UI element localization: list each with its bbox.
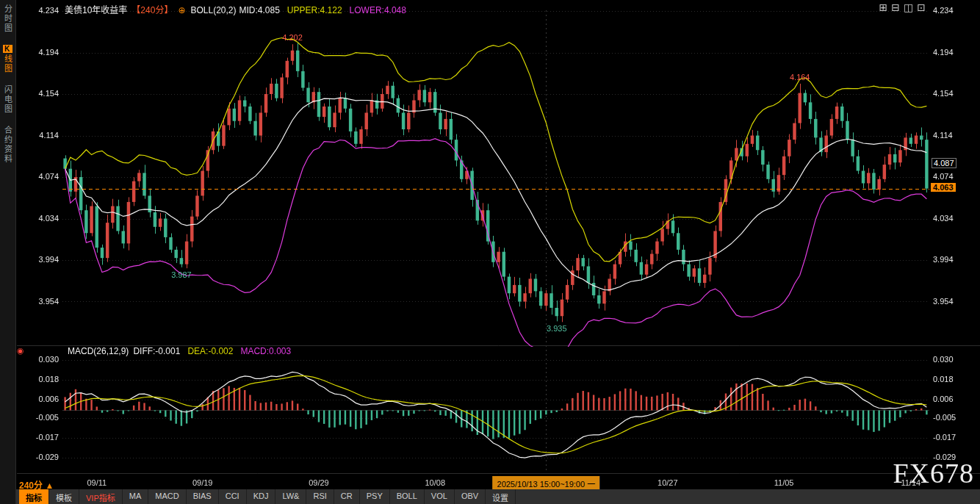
add-indicator-icon[interactable]: ⊕ xyxy=(178,5,185,15)
layout-single-icon[interactable]: ⊡ xyxy=(917,1,926,13)
sidebar-tab-label: 合约资料 xyxy=(4,126,12,164)
footer-tab-obv[interactable]: OBV xyxy=(455,489,486,504)
footer-tab-settings[interactable]: 设置 xyxy=(486,489,516,504)
indicator-tabs: 指标模板VIP指标MAMACDBIASCCIKDJLW&RSICRPSYBOLL… xyxy=(19,489,516,504)
layout-grid-icon[interactable]: ⊞ xyxy=(879,1,888,13)
sidebar-tab-label: 分时图 xyxy=(4,4,12,33)
macd-macd-value: MACD:0.003 xyxy=(240,346,291,356)
footer-tab-vip-indicators[interactable]: VIP指标 xyxy=(79,489,123,504)
footer-tab-bias[interactable]: BIAS xyxy=(187,489,219,504)
layout-columns-icon[interactable]: ◫ xyxy=(904,1,913,13)
interval-label[interactable]: 【240分】 xyxy=(131,5,173,15)
footer-tab-boll[interactable]: BOLL xyxy=(390,489,425,504)
footer-tab-bar: 指标模板VIP指标MAMACDBIASCCIKDJLW&RSICRPSYBOLL… xyxy=(0,489,980,504)
footer-tab-templates[interactable]: 模板 xyxy=(49,489,79,504)
footer-tab-macd[interactable]: MACD xyxy=(148,489,186,504)
footer-tab-cci[interactable]: CCI xyxy=(219,489,247,504)
sidebar-tab-time-share[interactable]: 分时图 xyxy=(2,4,14,33)
sidebar-tab-flash[interactable]: 闪电图 xyxy=(2,85,14,114)
left-sidebar: 分时图 K线图 闪电图 合约资料 xyxy=(0,0,16,504)
footer-tab-indicators[interactable]: 指标 xyxy=(19,489,49,504)
footer-tab-ma[interactable]: MA xyxy=(123,489,149,504)
selected-time-badge: 2025/10/13 15:00~19:00 一 xyxy=(493,476,600,491)
footer-tab-lw[interactable]: LW& xyxy=(275,489,306,504)
boll-lower-value: LOWER:4.048 xyxy=(350,5,406,15)
macd-dea-value: DEA:-0.002 xyxy=(187,346,233,356)
k-badge-icon: K xyxy=(3,45,12,53)
fx678-watermark: FX678 xyxy=(893,457,974,489)
instrument-title: 美债10年收益率 xyxy=(65,5,127,15)
boll-mid-value: MID:4.085 xyxy=(239,5,280,15)
boll-upper-value: UPPER:4.122 xyxy=(287,5,342,15)
boll-label: BOLL(20,2) xyxy=(190,5,236,15)
footer-tab-cr[interactable]: CR xyxy=(334,489,360,504)
last-price-badge: 4.063 xyxy=(931,183,956,192)
sidebar-tab-contract-info[interactable]: 合约资料 xyxy=(2,126,14,164)
sidebar-tab-candlestick[interactable]: K线图 xyxy=(2,45,14,73)
macd-diff-value: DIFF:-0.001 xyxy=(133,346,180,356)
macd-label: MACD(26,12,9) xyxy=(68,346,129,356)
footer-tab-rsi[interactable]: RSI xyxy=(306,489,334,504)
sidebar-tab-label: 线图 xyxy=(4,54,12,73)
sidebar-tab-label: 闪电图 xyxy=(4,85,12,114)
footer-tab-psy[interactable]: PSY xyxy=(360,489,390,504)
layout-icons-group: ⊞ ⊟ ◫ ⊡ xyxy=(879,1,926,13)
layout-rows-icon[interactable]: ⊟ xyxy=(891,1,900,13)
price-chart-canvas[interactable] xyxy=(0,0,980,504)
macd-header: MACD(26,12,9)DIFF:-0.001DEA:-0.002MACD:0… xyxy=(68,346,291,356)
macd-indicator-icon[interactable]: ◉ xyxy=(17,346,24,356)
footer-tab-kdj[interactable]: KDJ xyxy=(247,489,276,504)
footer-tab-vol[interactable]: VOL xyxy=(425,489,455,504)
chart-header: 美债10年收益率【240分】⊕BOLL(20,2)MID:4.085UPPER:… xyxy=(65,3,406,15)
mid-price-badge: 4.087 xyxy=(932,158,956,168)
